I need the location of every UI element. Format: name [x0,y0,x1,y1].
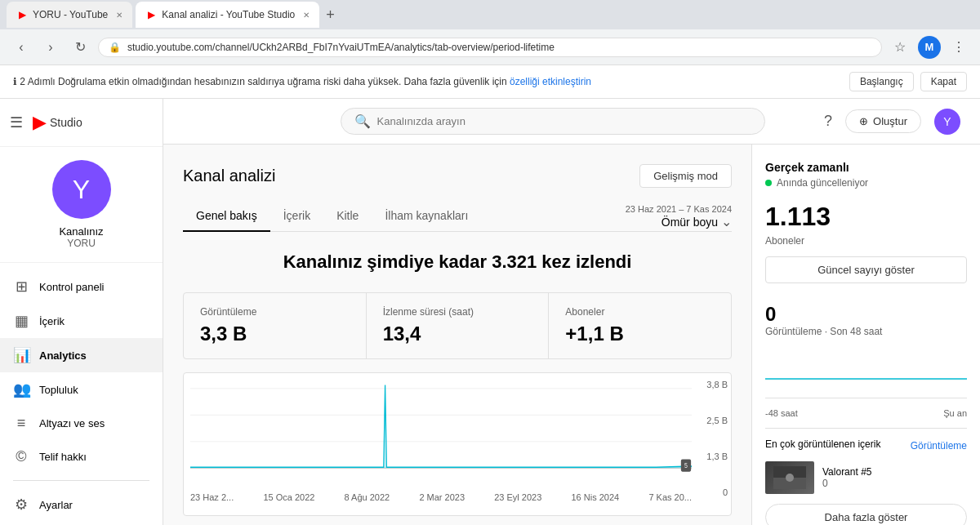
views-type-label[interactable]: Görüntüleme [911,440,967,452]
stat-views-label: Görüntüleme [200,306,350,318]
period-row[interactable]: Ömür boyu ⌄ [662,214,732,229]
live-indicator [765,180,772,186]
more-button[interactable]: Daha fazla göster [765,504,967,525]
sidebar-item-kontrol[interactable]: ⊞ Kontrol paneli [0,269,163,304]
sidebar-item-label-analytics: Analytics [39,349,87,362]
search-bar[interactable]: 🔍 [341,108,765,135]
sidebar-item-icerik[interactable]: ▦ İçerik [0,304,163,338]
search-icon: 🔍 [354,113,371,129]
create-label: Oluştur [873,115,907,127]
sidebar-item-label-icerik: İçerik [39,315,65,327]
tab-kitle[interactable]: Kitle [323,201,372,232]
chart-container: 5 [190,380,692,486]
video-info: Valorant #5 0 [822,466,967,489]
tab-icerik[interactable]: İçerik [270,201,323,232]
new-tab-button[interactable]: + [326,7,335,24]
stat-subscribers-value: +1,1 B [565,323,715,345]
video-thumbnail [765,461,814,494]
realtime-status: Anında güncelleniyor [765,177,967,189]
thumbnail-image [765,461,814,494]
security-link[interactable]: özelliği etkinleştirin [510,76,591,87]
divider [765,398,967,398]
sidebar-item-analytics[interactable]: 📊 Analytics [0,338,163,372]
time-labels: -48 saat Şu an [765,408,967,418]
x-axis-labels: 23 Haz 2... 15 Oca 2022 8 Ağu 2022 2 Mar… [190,492,692,509]
browser-nav-bar: ‹ › ↻ 🔒 studio.youtube.com/channel/UCkh2… [0,29,980,65]
more-options-button[interactable]: ⋮ [947,36,970,59]
chart-line [190,385,692,468]
tab-label-youtube: YORU - YouTube [33,9,108,20]
sidebar: ☰ ▶ Studio Y Kanalınız YORU ⊞ Kontrol pa… [0,99,163,525]
date-range-text: 23 Haz 2021 – 7 Kas 2024 [626,204,732,214]
y-axis-labels: 3,8 B 2,5 B 1,3 B 0 [706,380,728,497]
create-icon: ⊕ [859,115,868,127]
sidebar-item-altyazi[interactable]: ≡ Altyazı ve ses [0,407,163,440]
mini-chart-svg [765,347,967,388]
avatar: Y [52,160,111,219]
sidebar-item-ayarlar[interactable]: ⚙ Ayarlar [0,487,163,522]
profile-button[interactable]: M [918,36,941,59]
date-range-container: 23 Haz 2021 – 7 Kas 2024 Ömür boyu ⌄ [626,201,732,231]
x-label-4: 2 Mar 2023 [419,492,465,502]
sidebar-item-topluluk[interactable]: 👥 Topluluk [0,372,163,407]
tab-close-youtube[interactable]: ✕ [116,11,122,20]
channel-handle: YORU [67,238,96,249]
time-right-label: Şu an [943,408,967,418]
subscriber-count: 1.113 [765,202,967,232]
x-label-3: 8 Ağu 2022 [345,492,390,502]
studio-favicon: ▶ [145,9,157,20]
security-start-button[interactable]: Başlangıç [849,72,914,91]
tab-close-studio[interactable]: ✕ [303,11,310,20]
security-text: 2 Adımlı Doğrulama etkin olmadığından he… [20,76,510,87]
help-button[interactable]: ? [824,113,832,130]
sidebar-item-feedback[interactable]: ◫ Geri bildirim gönder [0,522,163,525]
video-item: Valorant #5 0 [765,461,967,494]
user-avatar[interactable]: Y [934,109,960,135]
tab-youtube[interactable]: ▶ YORU - YouTube ✕ [7,2,132,28]
x-label-5: 23 Eyl 2023 [494,492,541,502]
security-close-button[interactable]: Kapat [920,72,967,91]
app-header: 🔍 ? ⊕ Oluştur Y [163,99,980,145]
period-text: Ömür boyu [662,216,718,229]
tab-ilham[interactable]: İlham kaynakları [372,201,481,232]
hamburger-menu[interactable]: ☰ [10,113,23,131]
sidebar-item-telif[interactable]: © Telif hakkı [0,440,163,474]
create-button[interactable]: ⊕ Oluştur [845,109,921,133]
youtube-logo-icon: ▶ [33,112,47,133]
video-title: Valorant #5 [822,466,967,478]
bookmark-button[interactable]: ☆ [889,36,911,59]
search-input[interactable] [377,115,751,127]
back-button[interactable]: ‹ [10,36,33,59]
address-bar[interactable]: 🔒 studio.youtube.com/channel/UCkh2ARBd_F… [98,38,882,57]
tab-label-studio: Kanal analizi - YouTube Studio [162,9,295,20]
chart-svg: 5 [190,380,692,486]
mini-chart [765,347,967,388]
subscriber-label: Aboneler [765,235,967,247]
x-label-1: 23 Haz 2... [190,492,234,502]
y-label-2: 2,5 B [706,416,728,425]
advanced-mode-button[interactable]: Gelişmiş mod [639,164,732,188]
sidebar-item-label-altyazi: Altyazı ve ses [39,417,105,429]
sidebar-item-label-kontrol: Kontrol paneli [39,281,105,293]
thumb-svg [773,466,806,489]
tab-genel[interactable]: Genel bakış [183,201,270,232]
security-message: ℹ 2 Adımlı Doğrulama etkin olmadığından … [13,76,591,87]
tab-studio[interactable]: ▶ Kanal analizi - YouTube Studio ✕ [136,2,319,28]
sidebar-item-label-topluluk: Topluluk [39,384,78,396]
stat-watchtime: İzlenme süresi (saat) 13,4 [367,293,550,358]
browser-action-icons: ☆ M ⋮ [889,36,970,59]
y-label-bottom: 0 [706,487,728,497]
stats-row: Görüntüleme 3,3 B İzlenme süresi (saat) … [183,292,732,359]
subtitles-icon: ≡ [13,415,29,432]
analytics-icon: 📊 [13,346,29,364]
x-label-6: 16 Nis 2024 [572,492,620,502]
show-count-button[interactable]: Güncel sayıyı göster [765,256,967,283]
stat-subscribers-label: Aboneler [565,306,715,318]
stat-watchtime-value: 13,4 [383,323,532,345]
realtime-header: Gerçek zamanlı [765,161,967,174]
sidebar-navigation: ⊞ Kontrol paneli ▦ İçerik 📊 Analytics 👥 … [0,263,163,525]
reload-button[interactable]: ↻ [69,36,91,59]
studio-logo-text: Studio [50,116,82,129]
most-viewed-row: En çok görüntülenen içerik Görüntüleme [765,438,967,453]
forward-button[interactable]: › [39,36,62,59]
